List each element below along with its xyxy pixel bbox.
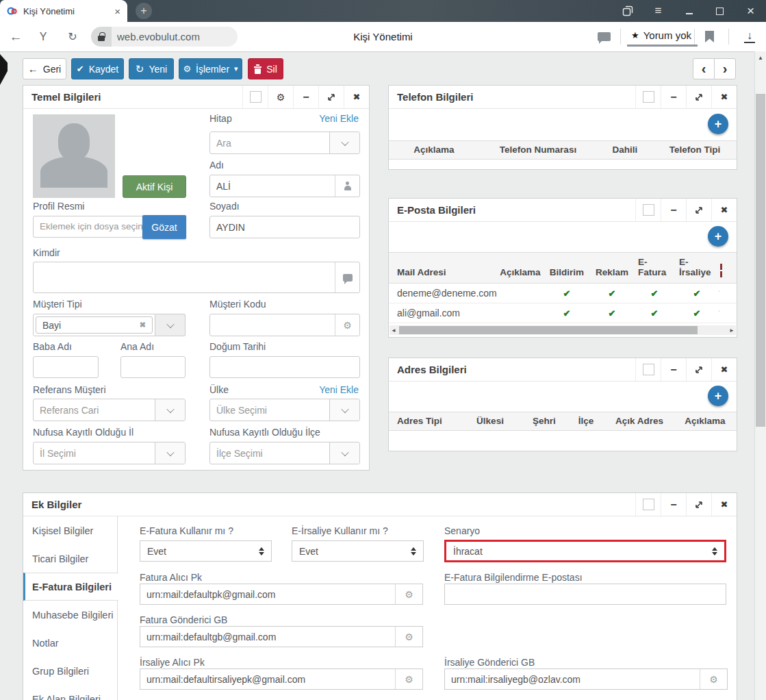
- hitap-yeni-ekle-link[interactable]: Yeni Ekle: [319, 113, 359, 124]
- panel-collapse-button[interactable]: −: [661, 199, 686, 221]
- tab-ek-alan-bilgileri[interactable]: Ek Alan Bilgileri: [23, 685, 117, 700]
- tab-muhasebe-bilgileri[interactable]: Muhasebe Bilgileri: [23, 601, 117, 629]
- panel-collapse-button[interactable]: −: [661, 86, 686, 108]
- select-dropdown-button[interactable]: [329, 132, 359, 153]
- tab-close-icon[interactable]: ×: [114, 6, 120, 16]
- panel-checkbox[interactable]: [635, 86, 661, 108]
- ilce-select[interactable]: İlçe Seçimi: [209, 442, 360, 464]
- browser-vertical-scrollbar[interactable]: ▲: [754, 51, 766, 700]
- tab-ticari-bilgiler[interactable]: Ticari Bilgiler: [23, 545, 117, 573]
- panel-expand-button[interactable]: [686, 86, 711, 108]
- panel-close-button[interactable]: ✖: [711, 199, 737, 221]
- scrollbar-thumb[interactable]: [756, 94, 765, 427]
- previous-record-button[interactable]: ‹: [693, 58, 715, 79]
- scroll-right-icon[interactable]: ►: [728, 327, 736, 334]
- browse-button[interactable]: Gözat: [142, 215, 186, 239]
- irsaliye-gonderici-gb-input[interactable]: urn:mail:irsaliyegb@ozlav.com ⚙: [444, 668, 728, 690]
- select-dropdown-button[interactable]: [329, 399, 359, 421]
- fatura-alici-pk-input[interactable]: urn:mail:defaultpk@gmail.com ⚙: [140, 584, 423, 605]
- active-person-button[interactable]: Aktif Kişi: [123, 175, 186, 198]
- panel-checkbox[interactable]: [635, 493, 661, 516]
- download-icon[interactable]: ↓: [744, 29, 755, 43]
- tab-notlar[interactable]: Notlar: [23, 629, 117, 657]
- panel-checkbox[interactable]: [635, 358, 661, 381]
- new-button[interactable]: ↻ Yeni: [129, 58, 174, 79]
- browser-tab[interactable]: Kişi Yönetimi ×: [0, 0, 127, 22]
- back-icon[interactable]: ←: [4, 22, 27, 51]
- panel-collapse-button[interactable]: −: [661, 493, 686, 516]
- tab-kisisel-bilgiler[interactable]: Kişisel Bilgiler: [23, 516, 117, 545]
- panel-close-button[interactable]: ✖: [344, 86, 369, 108]
- bilgilendirme-input[interactable]: [444, 584, 726, 605]
- gear-icon[interactable]: ⚙: [700, 669, 727, 689]
- comment-status[interactable]: ★ Yorum yok: [627, 27, 698, 47]
- extension-y-icon[interactable]: Y: [33, 22, 53, 51]
- tab-grup-bilgileri[interactable]: Grup Bilgileri: [23, 657, 117, 685]
- tag-remove-icon[interactable]: ✖: [140, 321, 146, 329]
- gear-icon[interactable]: ⚙: [395, 627, 422, 647]
- dogum-tarihi-input[interactable]: [209, 356, 360, 378]
- comment-icon[interactable]: [598, 32, 611, 41]
- new-tab-button[interactable]: +: [136, 3, 152, 19]
- il-select[interactable]: İl Seçimi: [33, 442, 186, 464]
- panel-collapse-button[interactable]: −: [661, 358, 686, 381]
- maximize-button[interactable]: [704, 0, 735, 22]
- sidebar-collapse-handle[interactable]: [0, 54, 8, 85]
- email-row[interactable]: ali@gmail.com ✔ ✔ ✔ ✔ ✔: [389, 303, 737, 323]
- back-button[interactable]: ← Geri: [23, 58, 66, 79]
- email-row[interactable]: deneme@deneme.com ✔ ✔ ✔ ✔ ✔: [389, 284, 737, 303]
- add-phone-button[interactable]: +: [708, 114, 728, 134]
- panel-collapse-button[interactable]: −: [293, 86, 318, 108]
- scroll-left-icon[interactable]: ◄: [390, 327, 398, 334]
- fatura-gonderici-gb-input[interactable]: urn:mail:defaultgb@gmail.com ⚙: [140, 626, 423, 647]
- bookmark-icon[interactable]: [705, 31, 714, 42]
- hitap-select[interactable]: Ara: [209, 132, 360, 154]
- ana-adi-input[interactable]: [120, 356, 186, 378]
- actions-button[interactable]: ⚙ İşlemler ▾: [179, 58, 242, 79]
- minimize-button[interactable]: [674, 0, 704, 22]
- senaryo-select-highlighted[interactable]: İhracat: [444, 540, 726, 562]
- horizontal-scrollbar[interactable]: ◄ ►: [390, 325, 736, 335]
- kimdir-textarea[interactable]: [33, 262, 360, 293]
- delete-button[interactable]: Sil: [248, 58, 283, 79]
- close-window-button[interactable]: ×: [735, 0, 766, 22]
- ulke-select[interactable]: Ülke Seçimi: [209, 399, 360, 421]
- tab-overview-icon[interactable]: [612, 0, 643, 22]
- add-email-button[interactable]: +: [708, 226, 728, 247]
- panel-checkbox[interactable]: [242, 86, 268, 108]
- panel-checkbox[interactable]: [635, 199, 661, 221]
- profile-file-input[interactable]: Eklemek için dosya seçiniz Gözat: [33, 216, 186, 238]
- select-dropdown-button[interactable]: [155, 442, 185, 464]
- gear-icon[interactable]: ⚙: [395, 669, 422, 689]
- tab-efatura-bilgileri[interactable]: E-Fatura Bilgileri: [23, 573, 118, 601]
- panel-close-button[interactable]: ✖: [711, 493, 737, 516]
- scrollbar-thumb[interactable]: [399, 326, 698, 334]
- panel-expand-button[interactable]: [686, 493, 711, 516]
- next-record-button[interactable]: ›: [714, 58, 736, 79]
- url-bar[interactable]: web.evobulut.com: [91, 27, 238, 47]
- ulke-yeni-ekle-link[interactable]: Yeni Ekle: [319, 384, 359, 395]
- soyadi-input[interactable]: AYDIN: [209, 216, 360, 238]
- musteri-tipi-select[interactable]: Bayi ✖: [33, 314, 186, 336]
- eirsaliye-kullanir-select[interactable]: Evet: [292, 540, 424, 562]
- refresh-icon[interactable]: ↻: [62, 22, 84, 51]
- irsaliye-alici-pk-input[interactable]: urn:mail:defaultirsaliyepk@gmail.com ⚙: [140, 668, 423, 690]
- browser-menu-icon[interactable]: ≡: [643, 0, 674, 22]
- panel-expand-button[interactable]: [318, 86, 344, 108]
- baba-adi-input[interactable]: [33, 356, 99, 378]
- panel-close-button[interactable]: ✖: [711, 358, 737, 381]
- add-address-button[interactable]: +: [708, 386, 728, 406]
- panel-expand-button[interactable]: [686, 358, 711, 381]
- panel-expand-button[interactable]: [686, 199, 711, 221]
- panel-close-button[interactable]: ✖: [711, 86, 737, 108]
- select-dropdown-button[interactable]: [155, 399, 185, 421]
- gear-icon[interactable]: ⚙: [395, 584, 422, 604]
- referans-musteri-select[interactable]: Referans Cari: [33, 399, 186, 421]
- efatura-kullanir-select[interactable]: Evet: [140, 540, 272, 562]
- musteri-kodu-input[interactable]: ⚙: [209, 314, 360, 336]
- save-button[interactable]: ✔ Kaydet: [71, 58, 124, 79]
- adi-input[interactable]: ALİ: [209, 175, 360, 197]
- panel-settings-button[interactable]: ⚙: [268, 86, 293, 108]
- select-dropdown-button[interactable]: [329, 442, 359, 464]
- scroll-up-icon[interactable]: ▲: [755, 55, 766, 61]
